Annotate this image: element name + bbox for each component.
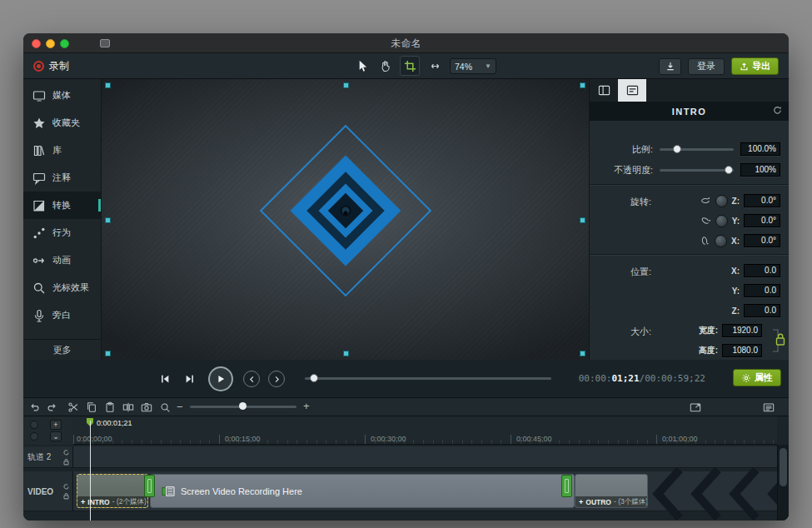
outro-clip[interactable]: + OUTRO - (3个媒体) — [575, 474, 648, 508]
sidebar-item-voice-narration[interactable]: 旁白 — [23, 301, 101, 329]
lock-icon[interactable] — [62, 458, 70, 466]
selection-handle-bottom-center[interactable] — [343, 351, 349, 356]
expand-group-icon[interactable]: + — [81, 498, 85, 506]
aspect-lock-icon[interactable] — [771, 326, 785, 356]
edit-cursor-tool[interactable] — [353, 56, 370, 76]
position-z-field[interactable]: 0.0 — [744, 304, 780, 317]
pan-hand-tool[interactable] — [376, 56, 393, 76]
transition-marker-right[interactable] — [561, 475, 572, 497]
scrubber-thumb[interactable] — [310, 374, 318, 382]
scale-slider[interactable] — [660, 148, 734, 151]
rotate-x-knob[interactable] — [715, 235, 727, 247]
lock-icon[interactable] — [62, 492, 70, 500]
selection-handle-bottom-right[interactable] — [580, 351, 585, 356]
sidebar-item-media[interactable]: 媒体 — [23, 82, 101, 109]
sidebar-item-transitions[interactable]: 转换 — [23, 192, 101, 219]
rotate-y-knob[interactable] — [715, 215, 728, 227]
timeline-options-button[interactable] — [762, 401, 775, 414]
rotate-z-knob[interactable] — [715, 195, 728, 207]
cut-button[interactable] — [67, 401, 80, 414]
collapse-tracks-button[interactable]: ⌄ — [50, 431, 62, 441]
video-track-lane[interactable]: + INTRO - (2个媒体) — [73, 471, 777, 511]
track-loop-icon[interactable] — [62, 449, 70, 456]
canvas-zoom-select[interactable]: 74% ▼ — [450, 58, 496, 74]
height-label: 高度: — [699, 345, 718, 356]
selection-handle-top-right[interactable] — [580, 82, 585, 88]
opacity-label: 不透明度: — [598, 164, 653, 177]
play-button[interactable] — [208, 366, 233, 391]
track-size-toggle[interactable] — [30, 432, 38, 441]
height-field[interactable]: 1080.0 — [722, 344, 762, 357]
login-label: 登录 — [697, 60, 715, 72]
screen-recording-clip[interactable]: Screen Video Recording Here — [150, 474, 575, 508]
selection-handle-top-left[interactable] — [105, 82, 111, 88]
scale-slider-thumb[interactable] — [673, 145, 681, 153]
expand-group-icon[interactable]: + — [579, 498, 583, 506]
rotate-x-field[interactable]: 0.0° — [744, 234, 780, 247]
detach-timeline-button[interactable] — [689, 401, 702, 414]
undo-button[interactable] — [28, 401, 42, 414]
record-button[interactable]: 录制 — [33, 57, 69, 74]
opacity-slider-thumb[interactable] — [725, 166, 733, 174]
sidebar-item-animations[interactable]: 动画 — [23, 247, 101, 274]
timeline-zoom-thumb[interactable] — [239, 402, 247, 410]
zoom-in-button[interactable]: + — [303, 400, 310, 412]
video-track-header[interactable]: VIDEO — [23, 471, 73, 511]
track-2-lane[interactable] — [73, 446, 777, 468]
sidebar-item-behaviors[interactable]: 行为 — [23, 219, 101, 247]
selection-handle-mid-right[interactable] — [580, 217, 585, 223]
track-gap-toggle[interactable] — [30, 421, 38, 429]
scale-tool[interactable] — [426, 56, 443, 76]
track-2-header[interactable]: 轨道 2 — [23, 446, 73, 468]
snapshot-camera-button[interactable] — [140, 401, 153, 414]
scrollbar-thumb[interactable] — [780, 448, 787, 486]
selection-handle-top-center[interactable] — [343, 82, 349, 88]
copy-button[interactable] — [85, 401, 98, 414]
ruler-mark: 0:00:15;00 — [225, 435, 261, 443]
timeline-ruler[interactable]: 0:00:01;21 0:00:00;00 0:00:15;00 0:00:30… — [73, 416, 777, 445]
sidebar-more-button[interactable]: 更多 — [23, 339, 101, 360]
timeline: − + + ⌄ 0:00:01;21 0:00:00;00 0:00:15;00 — [23, 398, 789, 521]
next-clip-button[interactable] — [268, 371, 285, 387]
sidebar-item-favorites[interactable]: 收藏夹 — [23, 109, 101, 137]
width-field[interactable]: 1920.0 — [722, 324, 762, 337]
opacity-value-field[interactable]: 100% — [740, 163, 780, 177]
sidebar-item-library[interactable]: 库 — [23, 137, 101, 164]
playback-scrubber[interactable] — [305, 377, 551, 380]
rotate-y-field[interactable]: 0.0° — [744, 214, 780, 227]
previous-clip-button[interactable] — [243, 371, 260, 387]
tab-media-properties[interactable] — [590, 79, 618, 102]
transition-marker-left[interactable] — [144, 475, 155, 497]
timeline-zoom-slider[interactable] — [190, 406, 296, 408]
tab-visual-properties[interactable] — [618, 79, 646, 102]
download-button[interactable] — [659, 58, 681, 75]
add-track-button[interactable]: + — [50, 420, 62, 430]
intro-logo-diamond[interactable] — [259, 125, 431, 296]
canvas-preview[interactable] — [102, 79, 590, 360]
position-x-field[interactable]: 0.0 — [744, 264, 780, 277]
redo-button[interactable] — [45, 401, 58, 414]
selection-handle-mid-left[interactable] — [105, 217, 111, 223]
paste-button[interactable] — [103, 401, 117, 414]
timeline-scrollbar[interactable] — [777, 445, 789, 521]
login-button[interactable]: 登录 — [688, 58, 725, 75]
rotate-z-field[interactable]: 0.0° — [744, 194, 780, 207]
sidebar-item-cursor-effects[interactable]: 光标效果 — [23, 274, 101, 301]
sidebar-item-annotations[interactable]: 注释 — [23, 164, 101, 192]
selection-handle-bottom-left[interactable] — [105, 351, 111, 356]
intro-clip[interactable]: + INTRO - (2个媒体) — [77, 474, 148, 508]
split-button[interactable] — [122, 401, 135, 414]
scale-value-field[interactable]: 100.0% — [740, 142, 780, 156]
reset-properties-icon[interactable] — [772, 105, 783, 116]
zoom-out-button[interactable]: − — [177, 401, 183, 413]
crop-tool[interactable] — [400, 56, 420, 76]
previous-frame-button[interactable] — [157, 371, 173, 387]
playhead-line[interactable] — [90, 421, 91, 521]
next-frame-button[interactable] — [182, 371, 198, 387]
properties-button[interactable]: 属性 — [733, 369, 781, 386]
opacity-slider[interactable] — [660, 169, 734, 172]
export-button[interactable]: 导出 — [731, 57, 779, 75]
track-loop-icon[interactable] — [62, 483, 70, 491]
position-y-field[interactable]: 0.0 — [744, 284, 780, 297]
rotate-y-icon — [698, 213, 713, 228]
